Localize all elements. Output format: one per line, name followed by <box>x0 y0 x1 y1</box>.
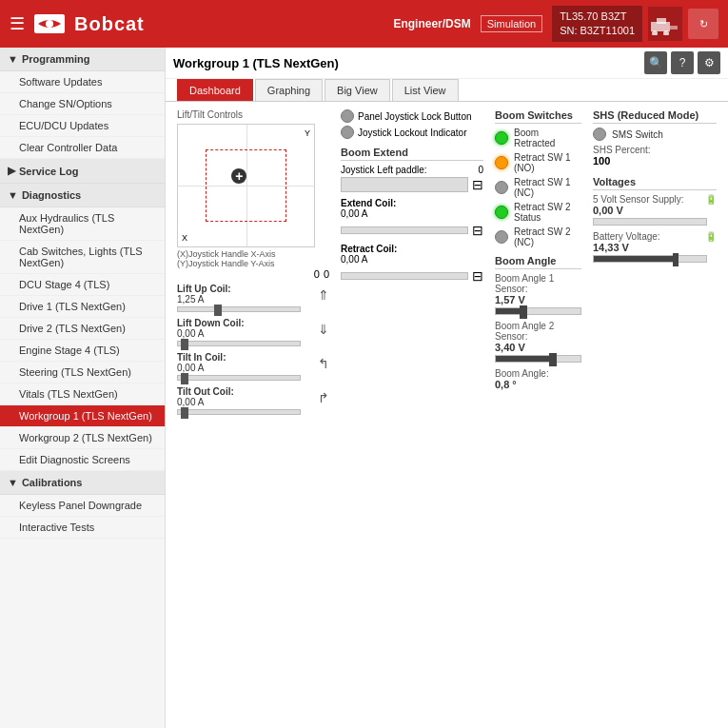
content-area: Workgroup 1 (TLS NextGen) 🔍 ? ⚙ Dashboar… <box>166 48 728 728</box>
sidebar-item-interactive-tests[interactable]: Interactive Tests <box>0 517 165 539</box>
svg-point-0 <box>46 20 53 28</box>
lift-tilt-panel: Lift/Tilt Controls Y X (X)Joystick Handl… <box>177 109 329 421</box>
boom-angle-value: 0,8 ° <box>495 379 581 390</box>
switch-retract-sw1-nc: Retract SW 1 (NC) <box>495 177 581 198</box>
sidebar-item-drive2[interactable]: Drive 2 (TLS NextGen) <box>0 318 165 340</box>
tilt-out-icon: ↱ <box>318 390 329 405</box>
sidebar-group-diagnostics[interactable]: ▼ Diagnostics <box>0 184 165 207</box>
tab-graphing[interactable]: Graphing <box>255 79 323 101</box>
axis-x-label: X <box>182 233 187 243</box>
engineer-dsm-label: Engineer/DSM <box>393 17 470 30</box>
help-button[interactable]: ? <box>671 51 694 74</box>
machine-info: TL35.70 B3ZT SN: B3ZT11001 <box>552 6 642 43</box>
retract-coil-value: 0,00 A <box>341 254 367 265</box>
chevron-down-icon-diag: ▼ <box>8 189 18 201</box>
extend-coil-icon: ⊟ <box>472 223 483 238</box>
lift-down-value: 0,00 A <box>177 328 245 339</box>
tilt-out-coil: Tilt Out Coil: 0,00 A ↱ <box>177 386 329 415</box>
axis-y-value: 0 <box>324 268 329 280</box>
lift-down-slider <box>177 341 301 346</box>
settings-button[interactable]: ⚙ <box>698 51 720 74</box>
lift-up-icon: ⇑ <box>318 287 329 303</box>
switch-retract-sw2-nc: Retract SW 2 (NC) <box>495 226 581 247</box>
sensor-supply-value: 0,00 V <box>593 205 717 216</box>
sidebar-group-service-log[interactable]: ▶ Service Log <box>0 159 165 184</box>
sidebar-item-drive1[interactable]: Drive 1 (TLS NextGen) <box>0 296 165 318</box>
chevron-down-icon: ▼ <box>8 53 18 65</box>
tab-list-view[interactable]: List View <box>392 79 459 101</box>
sidebar-item-steering[interactable]: Steering (TLS NextGen) <box>0 362 165 384</box>
sidebar-item-cab-switches[interactable]: Cab Switches, Lights (TLS NextGen) <box>0 241 165 274</box>
extend-coil-value: 0,00 A <box>341 208 367 219</box>
tilt-out-label: Tilt Out Coil: <box>177 386 234 397</box>
dashboard-content: Lift/Tilt Controls Y X (X)Joystick Handl… <box>166 102 728 428</box>
refresh-button[interactable]: ↻ <box>688 9 718 39</box>
tab-bar: Dashboard Graphing Big View List View <box>166 79 728 102</box>
switch-boom-retracted: Boom Retracted <box>495 128 581 148</box>
boom-switches-title: Boom Switches <box>495 109 581 124</box>
lift-up-coil: Lift Up Coil: 1,25 A ⇑ <box>177 284 329 312</box>
sensor-supply-row: 5 Volt Sensor Supply: 🔋 0,00 V <box>593 194 717 226</box>
machine-icon <box>648 7 682 41</box>
sensor2-value: 3,40 V <box>495 342 581 353</box>
menu-icon[interactable]: ☰ <box>10 13 25 34</box>
sidebar-calibrations-label: Calibrations <box>22 477 83 488</box>
retract-sw1-nc-label: Retract SW 1 (NC) <box>514 177 581 198</box>
sidebar-group-programming[interactable]: ▼ Programming <box>0 48 165 71</box>
switch-retract-sw1-no: Retract SW 1 (NO) <box>495 152 581 173</box>
boom-retracted-indicator <box>495 131 508 145</box>
retract-sw2-nc-label: Retract SW 2 (NC) <box>514 226 581 247</box>
sensor1-label: Boom Angle 1 Sensor: <box>495 273 581 294</box>
sidebar-item-workgroup1[interactable]: Workgroup 1 (TLS NextGen) <box>0 405 165 427</box>
axis-description: (X)Joystick Handle X-Axis(Y)Joystick Han… <box>177 249 329 268</box>
sensor2-label: Boom Angle 2 Sensor: <box>495 321 581 342</box>
sidebar-item-engine-stage4[interactable]: Engine Stage 4 (TLS) <box>0 340 165 362</box>
chevron-down-icon-cal: ▼ <box>8 477 18 488</box>
sensor2-bar <box>495 355 581 363</box>
sidebar-group-calibrations[interactable]: ▼ Calibrations <box>0 471 165 495</box>
tilt-in-value: 0,00 A <box>177 363 226 373</box>
sidebar-item-vitals[interactable]: Vitals (TLS NextGen) <box>0 384 165 405</box>
logo-text: Bobcat <box>74 13 145 35</box>
tilt-in-label: Tilt In Coil: <box>177 352 226 363</box>
sidebar-item-ecu-dcu[interactable]: ECU/DCU Updates <box>0 115 165 137</box>
sidebar-item-edit-diagnostic[interactable]: Edit Diagnostic Screens <box>0 449 165 471</box>
lift-down-icon: ⇓ <box>318 322 329 337</box>
chevron-right-icon: ▶ <box>8 165 15 177</box>
tilt-out-value: 0,00 A <box>177 397 234 407</box>
joystick-lockout-indicator <box>341 126 354 139</box>
sidebar-item-clear-controller[interactable]: Clear Controller Data <box>0 137 165 159</box>
tab-big-view[interactable]: Big View <box>325 79 390 101</box>
app-header: ☰ Bobcat Engineer/DSM Simulation TL35.70… <box>0 0 728 48</box>
extend-coil-label: Extend Coil: <box>341 198 483 208</box>
sms-switch-row: SMS Switch <box>593 128 717 141</box>
sidebar-item-change-sn[interactable]: Change SN/Options <box>0 93 165 115</box>
sidebar-item-keyless-panel[interactable]: Keyless Panel Downgrade <box>0 495 165 517</box>
sidebar-item-dcu-stage4[interactable]: DCU Stage 4 (TLS) <box>0 274 165 296</box>
sidebar-group-programming-label: Programming <box>22 53 90 65</box>
joystick-paddle-label: Joystick Left paddle: <box>341 165 427 175</box>
battery-icon: 🔋 <box>705 231 717 242</box>
sidebar-item-software-updates[interactable]: Software Updates <box>0 71 165 93</box>
search-button[interactable]: 🔍 <box>644 51 667 74</box>
retract-coil-label: Retract Coil: <box>341 244 483 254</box>
tilt-in-icon: ↰ <box>318 356 329 371</box>
boom-extend-title: Boom Extend <box>341 147 483 161</box>
tilt-out-slider <box>177 409 301 415</box>
sidebar-item-aux-hydraulics[interactable]: Aux Hydraulics (TLS NextGen) <box>0 207 165 241</box>
retract-sw1-no-label: Retract SW 1 (NO) <box>514 152 581 173</box>
extend-coil-bar <box>341 226 468 234</box>
retract-sw1-no-indicator <box>495 156 508 169</box>
svg-rect-3 <box>670 26 678 30</box>
workgroup-title: Workgroup 1 (TLS NextGen) <box>173 56 339 70</box>
tab-dashboard[interactable]: Dashboard <box>177 79 253 101</box>
battery-value: 14,33 V <box>593 242 717 253</box>
simulation-badge[interactable]: Simulation <box>481 15 542 32</box>
sidebar-item-workgroup2[interactable]: Workgroup 2 (TLS NextGen) <box>0 427 165 449</box>
tilt-in-slider <box>177 375 301 381</box>
axis-y-label: Y <box>305 128 310 138</box>
joystick-position <box>231 168 246 184</box>
switch-retract-sw2-status: Retract SW 2 Status <box>495 202 581 223</box>
sensor-supply-icon: 🔋 <box>705 194 717 205</box>
lift-down-label: Lift Down Coil: <box>177 318 245 328</box>
